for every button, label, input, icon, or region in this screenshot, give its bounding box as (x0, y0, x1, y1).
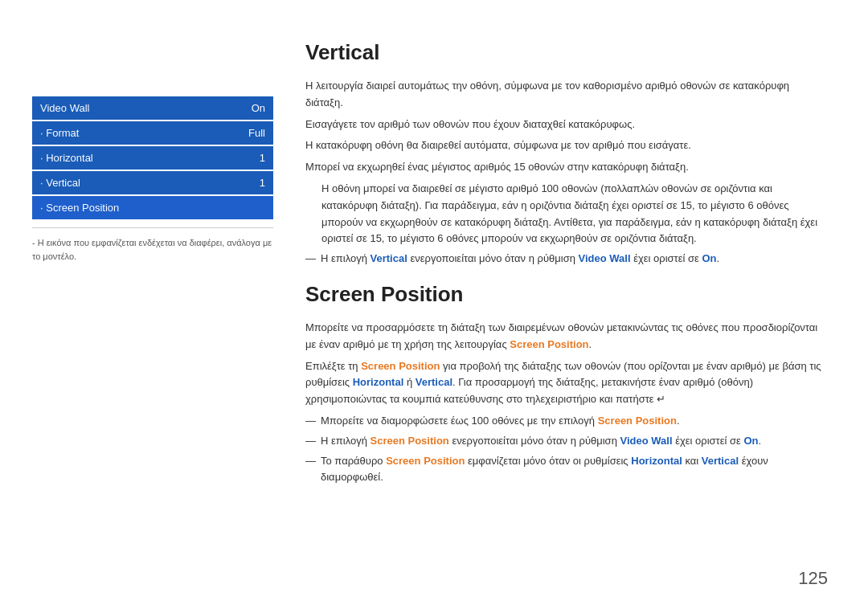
format-value: Full (248, 127, 265, 139)
sp-note3-keyword2: Horizontal (631, 455, 682, 467)
sp-p2: Επιλέξτε τη Screen Position για προβολή … (305, 358, 828, 408)
video-wall-keyword: Video Wall (579, 252, 631, 264)
vertical-title: Vertical (305, 40, 828, 65)
sidebar: Video Wall On · Format Full · Horizontal… (32, 32, 273, 581)
sidebar-item-format[interactable]: · Format Full (32, 121, 273, 145)
sp-note2-keyword3: On (743, 435, 758, 447)
vertical-p4: Μπορεί να εκχωρηθεί ένας μέγιστος αριθμό… (305, 159, 828, 176)
vertical-label: · Vertical (40, 177, 80, 189)
sp-note2-text: Η επιλογή Screen Position ενεργοποιείται… (321, 433, 761, 450)
screen-position-title: Screen Position (305, 282, 828, 307)
sp-keyword2: Screen Position (361, 360, 440, 372)
sp-note2: Η επιλογή Screen Position ενεργοποιείται… (305, 433, 828, 450)
vertical-value: 1 (260, 177, 265, 189)
vertical-long: Η οθόνη μπορεί να διαιρεθεί σε μέγιστο α… (305, 181, 828, 247)
vertical-p3: Η κατακόρυφη οθόνη θα διαιρεθεί αυτόματα… (305, 137, 828, 154)
vertical-p2: Εισαγάγετε τον αριθμό των οθονών που έχο… (305, 116, 828, 133)
sidebar-item-vertical[interactable]: · Vertical 1 (32, 171, 273, 194)
vertical-note-text: Η επιλογή Vertical ενεργοποιείται μόνο ό… (321, 251, 719, 268)
screen-position-label: · Screen Position (40, 202, 119, 214)
sidebar-item-video-wall[interactable]: Video Wall On (32, 96, 273, 120)
sp-note3-keyword3: Vertical (702, 455, 739, 467)
vertical-keyword: Vertical (371, 252, 407, 264)
screen-position-section: Screen Position Μπορείτε να προσαρμόσετε… (305, 282, 828, 486)
sp-note3-text: Το παράθυρο Screen Position εμφανίζεται … (321, 453, 828, 487)
vertical-p1: Η λειτουργία διαιρεί αυτομάτως την οθόνη… (305, 78, 828, 112)
sp-note3-keyword1: Screen Position (386, 455, 465, 467)
video-wall-value: On (252, 102, 265, 114)
on-keyword: On (702, 252, 716, 264)
main-content: Vertical Η λειτουργία διαιρεί αυτομάτως … (305, 32, 828, 581)
vertical-note: Η επιλογή Vertical ενεργοποιείται μόνο ό… (305, 251, 828, 268)
sp-p1: Μπορείτε να προσαρμόσετε τη διάταξη των … (305, 320, 828, 353)
sidebar-divider (32, 227, 273, 228)
sidebar-footnote: - Η εικόνα που εμφανίζεται ενδέχεται να … (32, 236, 273, 263)
sp-note1: Μπορείτε να διαμορφώσετε έως 100 οθόνες … (305, 413, 828, 430)
sp-note2-keyword1: Screen Position (371, 435, 449, 447)
page-container: Video Wall On · Format Full · Horizontal… (0, 0, 868, 613)
sp-note1-text: Μπορείτε να διαμορφώσετε έως 100 οθόνες … (321, 413, 680, 430)
horizontal-keyword: Horizontal (353, 376, 404, 388)
horizontal-value: 1 (260, 152, 265, 164)
sp-keyword1: Screen Position (510, 338, 588, 350)
horizontal-label: · Horizontal (40, 152, 93, 164)
format-label: · Format (40, 127, 79, 139)
vertical-keyword2: Vertical (416, 376, 452, 388)
sp-note3: Το παράθυρο Screen Position εμφανίζεται … (305, 453, 828, 487)
page-number: 125 (798, 568, 828, 589)
sidebar-item-screen-position[interactable]: · Screen Position (32, 196, 273, 219)
sidebar-item-horizontal[interactable]: · Horizontal 1 (32, 146, 273, 170)
sp-note2-keyword2: Video Wall (620, 435, 673, 447)
video-wall-label: Video Wall (40, 102, 89, 114)
vertical-section: Vertical Η λειτουργία διαιρεί αυτομάτως … (305, 40, 828, 268)
sp-note1-keyword: Screen Position (598, 415, 677, 427)
